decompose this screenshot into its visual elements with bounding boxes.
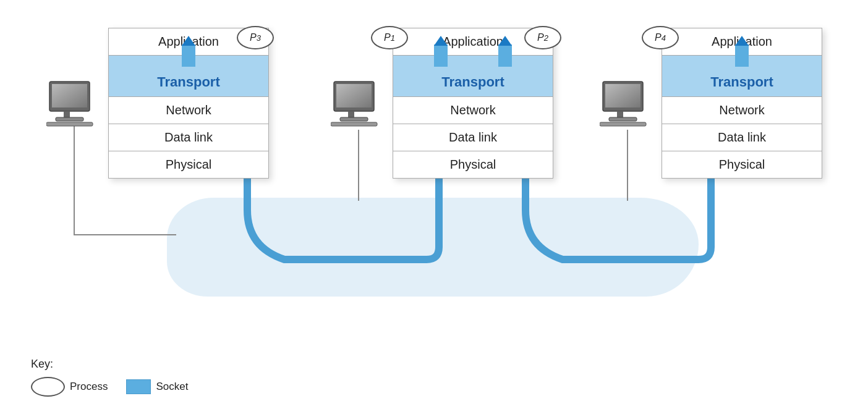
process-p3: P3	[237, 26, 274, 49]
svg-rect-12	[340, 117, 368, 121]
stack3-network: Network	[662, 97, 822, 124]
key-items: Process Socket	[31, 377, 188, 397]
process-p4: P4	[642, 26, 679, 49]
key-process: Process	[31, 377, 108, 397]
svg-rect-6	[56, 117, 83, 121]
key-title: Key:	[31, 358, 188, 371]
svg-rect-17	[617, 111, 623, 117]
svg-rect-4	[52, 84, 87, 108]
stack2-network: Network	[393, 97, 553, 124]
network-cloud	[167, 198, 699, 297]
diagram-container: Application Transport Network Data link …	[0, 0, 868, 409]
stack-3: Application Transport Network Data link …	[662, 28, 822, 179]
stack1-datalink: Data link	[109, 124, 268, 151]
key-socket-box	[126, 379, 151, 394]
stack1-physical: Physical	[109, 151, 268, 178]
stack-1: Application Transport Network Data link …	[108, 28, 269, 179]
key-socket: Socket	[126, 379, 188, 394]
stack1-network: Network	[109, 97, 268, 124]
computer-3	[600, 80, 655, 129]
svg-rect-5	[64, 111, 70, 117]
stack3-physical: Physical	[662, 151, 822, 178]
key-section: Key: Process Socket	[31, 358, 188, 397]
stack2-transport: Transport	[393, 56, 553, 97]
svg-rect-13	[331, 122, 377, 126]
stack3-transport: Transport	[662, 56, 822, 97]
computer-1	[46, 80, 102, 129]
svg-rect-7	[46, 122, 93, 126]
stack2-datalink: Data link	[393, 124, 553, 151]
key-process-label: Process	[70, 381, 108, 393]
svg-rect-18	[609, 117, 637, 121]
process-p2: P2	[524, 26, 561, 49]
stack-2: Application Transport Network Data link …	[393, 28, 553, 179]
stack2-physical: Physical	[393, 151, 553, 178]
key-socket-label: Socket	[156, 381, 188, 393]
computer-2	[331, 80, 386, 129]
svg-rect-11	[348, 111, 354, 117]
svg-rect-19	[600, 122, 646, 126]
svg-rect-10	[336, 84, 372, 108]
process-p1: P1	[371, 26, 408, 49]
svg-rect-16	[605, 84, 640, 108]
stack3-datalink: Data link	[662, 124, 822, 151]
stack1-transport: Transport	[109, 56, 268, 97]
key-process-oval	[31, 377, 65, 397]
